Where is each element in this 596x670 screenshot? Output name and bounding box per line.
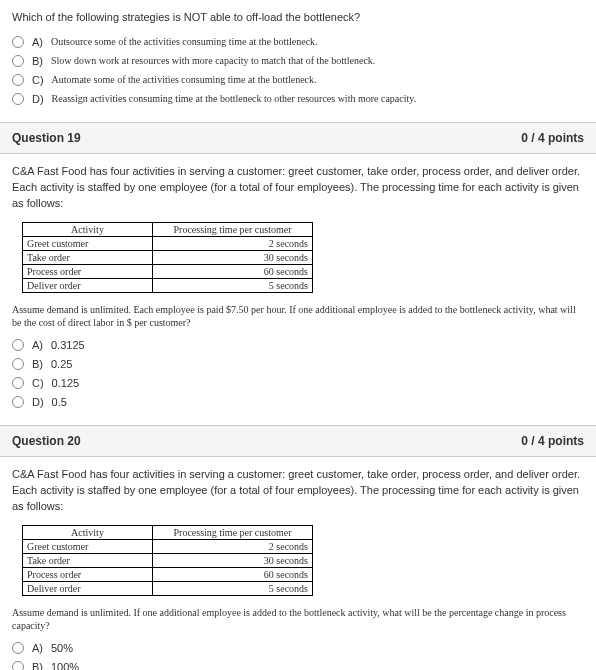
activity-table: Activity Processing time per customer Gr… [22,222,313,293]
question-title: Question 19 [12,131,81,145]
table-header: Activity [23,525,153,539]
table-row: Process order60 seconds [23,567,313,581]
question-19-body: C&A Fast Food has four activities in ser… [0,154,596,425]
question-20-body: C&A Fast Food has four activities in ser… [0,457,596,670]
question-points: 0 / 4 points [521,131,584,145]
option-letter: A) [32,36,43,48]
radio-icon[interactable] [12,661,24,670]
table-row: Deliver order5 seconds [23,278,313,292]
option-a[interactable]: A)0.3125 [12,339,584,351]
option-letter: C) [32,74,44,86]
table-row: Take order30 seconds [23,553,313,567]
radio-icon[interactable] [12,36,24,48]
option-text: 0.3125 [51,339,85,351]
question-stem: Which of the following strategies is NOT… [12,10,584,26]
option-text: Automate some of the activities consumin… [52,74,317,85]
table-header: Processing time per customer [153,222,313,236]
option-text: 100% [51,661,79,670]
radio-icon[interactable] [12,396,24,408]
table-row: Take order30 seconds [23,250,313,264]
option-text: Slow down work at resources with more ca… [51,55,375,66]
radio-icon[interactable] [12,339,24,351]
radio-icon[interactable] [12,377,24,389]
option-text: Outsource some of the activities consumi… [51,36,318,47]
question-18-body: Which of the following strategies is NOT… [0,0,596,122]
option-letter: B) [32,55,43,67]
option-b[interactable]: B)100% [12,661,584,670]
radio-icon[interactable] [12,74,24,86]
table-row: Deliver order5 seconds [23,581,313,595]
option-c[interactable]: C) Automate some of the activities consu… [12,74,584,86]
radio-icon[interactable] [12,93,24,105]
option-text: Reassign activities consuming time at th… [52,93,417,104]
option-text: 0.5 [52,396,67,408]
question-title: Question 20 [12,434,81,448]
table-row: Greet customer2 seconds [23,236,313,250]
option-text: 50% [51,642,73,654]
question-note: Assume demand is unlimited. If one addit… [12,606,584,632]
question-20-header: Question 20 0 / 4 points [0,425,596,457]
option-text: 0.125 [52,377,80,389]
option-d[interactable]: D) Reassign activities consuming time at… [12,93,584,105]
question-note: Assume demand is unlimited. Each employe… [12,303,584,329]
option-b[interactable]: B) Slow down work at resources with more… [12,55,584,67]
option-b[interactable]: B)0.25 [12,358,584,370]
activity-table: Activity Processing time per customer Gr… [22,525,313,596]
option-d[interactable]: D)0.5 [12,396,584,408]
table-header: Processing time per customer [153,525,313,539]
option-letter: D) [32,93,44,105]
option-text: 0.25 [51,358,72,370]
table-row: Greet customer2 seconds [23,539,313,553]
table-row: Process order60 seconds [23,264,313,278]
table-header: Activity [23,222,153,236]
question-19-header: Question 19 0 / 4 points [0,122,596,154]
radio-icon[interactable] [12,55,24,67]
radio-icon[interactable] [12,642,24,654]
option-a[interactable]: A)50% [12,642,584,654]
question-stem: C&A Fast Food has four activities in ser… [12,467,584,515]
option-c[interactable]: C)0.125 [12,377,584,389]
question-points: 0 / 4 points [521,434,584,448]
question-stem: C&A Fast Food has four activities in ser… [12,164,584,212]
option-a[interactable]: A) Outsource some of the activities cons… [12,36,584,48]
radio-icon[interactable] [12,358,24,370]
